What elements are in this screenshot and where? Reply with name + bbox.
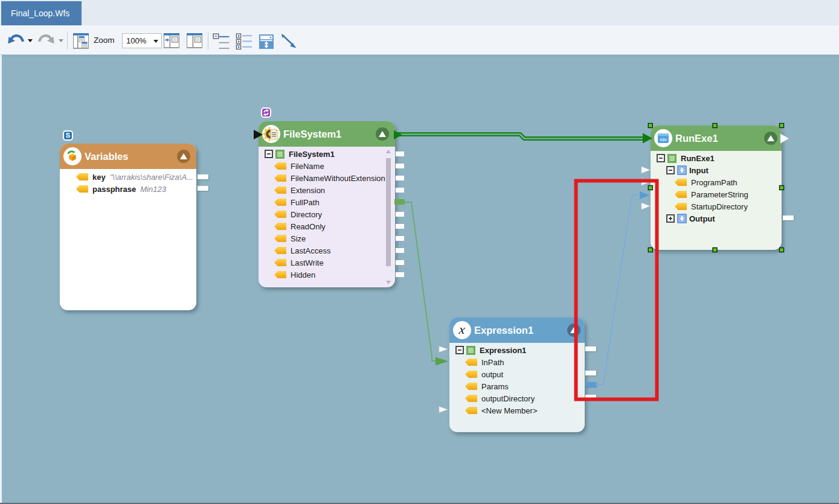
svg-text:</>: </> [660,137,667,142]
